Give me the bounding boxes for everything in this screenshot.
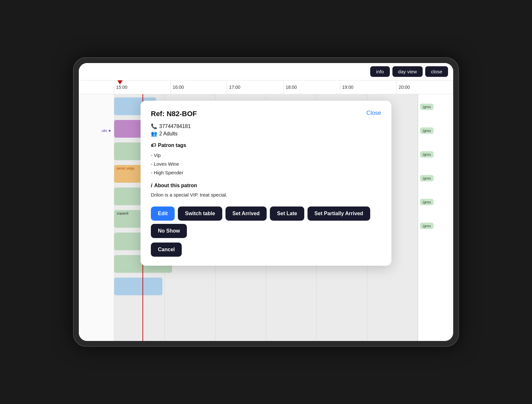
- popup-close-button[interactable]: Close: [366, 110, 381, 116]
- timeline-hour-label: 16:00: [171, 80, 227, 94]
- popup-ref: Ref: N82-BOF: [151, 110, 197, 118]
- guests-icon: 👥: [151, 131, 157, 137]
- group-block: (grou: [420, 151, 434, 158]
- actions-second-row: Cancel: [151, 243, 381, 257]
- set-arrived-button[interactable]: Set Arrived: [225, 207, 267, 221]
- info-icon: i: [151, 183, 152, 188]
- table-row-slot: [79, 238, 114, 261]
- timeline-hour-label: 18:00: [284, 80, 340, 94]
- popup-overlay: Ref: N82-BOF Close 📞 37744784181 👥 2 Adu…: [114, 94, 418, 341]
- group-block: (grou: [420, 223, 434, 229]
- table-column: ults ★: [79, 94, 114, 341]
- timeline-hour-label: 17:00: [227, 80, 284, 94]
- guests-count: 2 Adults: [159, 131, 178, 137]
- popup-header: Ref: N82-BOF Close: [151, 110, 381, 118]
- table-row-slot: [79, 167, 114, 189]
- table-row-slot: ults ★: [79, 119, 114, 142]
- table-row-slot: [79, 191, 114, 213]
- group-block: (grou: [420, 104, 434, 110]
- timeline-header: 15:0016:0017:0018:0019:0020:00: [79, 80, 453, 94]
- switch-table-button[interactable]: Switch table: [178, 207, 222, 221]
- timeline-hours: 15:0016:0017:0018:0019:0020:00: [114, 80, 453, 94]
- phone-number: 37744784181: [159, 124, 191, 129]
- popup-card: Ref: N82-BOF Close 📞 37744784181 👥 2 Adu…: [141, 101, 391, 266]
- group-block: (grou: [420, 199, 434, 205]
- set-late-button[interactable]: Set Late: [270, 207, 304, 221]
- table-row-slot: [79, 286, 114, 308]
- timeline-left-space: [79, 80, 114, 94]
- cancel-button[interactable]: Cancel: [151, 243, 182, 257]
- table-row-slot: [79, 143, 114, 166]
- table-row-slot: [79, 96, 114, 118]
- timeline-hour-label: 19:00: [340, 80, 397, 94]
- group-block: (grou: [420, 175, 434, 181]
- popup-guests: 👥 2 Adults: [151, 131, 381, 137]
- about-title: i About this patron: [151, 183, 381, 188]
- set-partially-arrived-button[interactable]: Set Partially Arrived: [307, 207, 370, 221]
- popup-actions: Edit Switch table Set Arrived Set Late S…: [151, 207, 381, 257]
- patron-tags-title: 🏷 Patron tags: [151, 142, 381, 148]
- group-slot: (grou: [418, 143, 453, 166]
- info-button[interactable]: info: [370, 66, 390, 77]
- group-slot: (grou: [418, 96, 453, 118]
- close-top-button[interactable]: close: [425, 66, 448, 77]
- group-slot: (grou: [418, 191, 453, 213]
- group-block: (grou: [420, 127, 434, 134]
- patron-tag: - Vip: [151, 151, 381, 160]
- no-show-button[interactable]: No Show: [151, 224, 187, 238]
- right-groups: (grou(grou(grou(grou(grou(grou: [418, 94, 453, 341]
- about-text: Drilon is a special VIP. treat special.: [151, 191, 381, 199]
- table-row-slot: [79, 215, 114, 237]
- timeline-hour-label: 15:00: [114, 80, 171, 94]
- group-slot: (grou: [418, 167, 453, 189]
- tag-icon: 🏷: [151, 142, 156, 148]
- popup-about-section: i About this patron Drilon is a special …: [151, 183, 381, 199]
- day-view-button[interactable]: day view: [392, 66, 423, 77]
- group-slot: (grou: [418, 119, 453, 142]
- tags-container: - Vip- Loves Wine- High Spender: [151, 151, 381, 177]
- main-area: ults ★ perez vegazopardi 〉: [79, 94, 453, 341]
- group-slot: (grou: [418, 215, 453, 237]
- timeline-hour-label: 20:00: [397, 80, 453, 94]
- popup-phone: 📞 37744784181: [151, 123, 381, 129]
- time-indicator-arrow: [117, 80, 123, 84]
- top-bar: info day view close: [79, 63, 453, 80]
- edit-button[interactable]: Edit: [151, 207, 175, 221]
- phone-icon: 📞: [151, 123, 157, 129]
- grid-area: perez vegazopardi 〉 Ref: N82-BOF Close 📞…: [114, 94, 418, 341]
- table-row-slot: [79, 262, 114, 285]
- patron-tag: - High Spender: [151, 168, 381, 177]
- patron-tag: - Loves Wine: [151, 160, 381, 168]
- popup-tags-section: 🏷 Patron tags - Vip- Loves Wine- High Sp…: [151, 142, 381, 177]
